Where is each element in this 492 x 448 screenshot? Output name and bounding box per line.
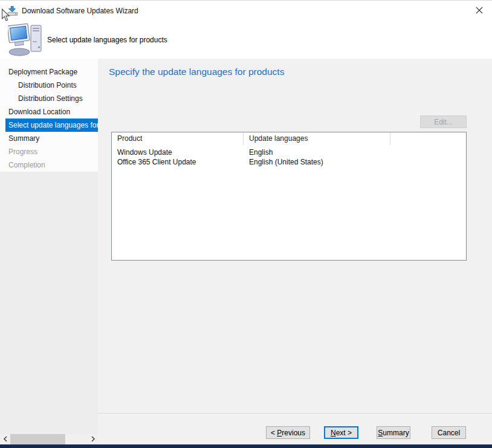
wizard-header: Select update languages for products: [0, 21, 492, 59]
column-header-update-languages[interactable]: Update languages: [244, 132, 390, 145]
nav-item-download-location[interactable]: Download Location: [0, 105, 98, 118]
wizard-body: Deployment Package Distribution Points D…: [0, 59, 492, 444]
product-cell: Office 365 Client Update: [112, 157, 244, 167]
nav-item-summary[interactable]: Summary: [0, 132, 98, 145]
languages-table[interactable]: Product Update languages Windows Update …: [111, 132, 467, 261]
table-body: Windows Update English Office 365 Client…: [112, 145, 466, 167]
languages-cell: English (United States): [244, 157, 390, 167]
wizard-window: Download Software Updates Wizard: [0, 0, 492, 448]
table-row-windows-update[interactable]: Windows Update English: [112, 148, 466, 157]
summary-button[interactable]: Summary: [377, 426, 410, 439]
window-bottom-edge: [0, 444, 492, 448]
column-header-spacer: [390, 132, 466, 145]
scrollbar-thumb[interactable]: [10, 434, 65, 444]
product-cell: Windows Update: [112, 148, 244, 157]
nav-item-completion: Completion: [0, 158, 98, 172]
footer-divider: [98, 413, 492, 414]
nav-item-select-update-languages[interactable]: Select update languages for: [5, 118, 98, 132]
cancel-button[interactable]: Cancel: [432, 426, 466, 439]
wizard-step-subtitle: Select update languages for products: [47, 36, 167, 44]
nav-item-distribution-points[interactable]: Distribution Points: [0, 79, 98, 92]
previous-button[interactable]: < Previous: [266, 426, 310, 439]
window-title: Download Software Updates Wizard: [22, 7, 138, 15]
title-bar[interactable]: Download Software Updates Wizard: [0, 1, 492, 21]
nav-item-deployment-package[interactable]: Deployment Package: [0, 65, 98, 79]
close-button[interactable]: [471, 4, 487, 18]
page-title: Specify the update languages for product…: [109, 67, 284, 77]
table-row-office-365[interactable]: Office 365 Client Update English (United…: [112, 157, 466, 167]
scroll-left-button[interactable]: [0, 434, 10, 444]
column-header-product[interactable]: Product: [112, 132, 244, 145]
scroll-right-button[interactable]: [88, 434, 98, 444]
wizard-nav-pane: Deployment Package Distribution Points D…: [0, 59, 98, 444]
close-icon: [476, 7, 483, 16]
computer-icon: [8, 23, 45, 59]
download-updates-icon: [7, 5, 18, 16]
nav-item-progress: Progress: [0, 145, 98, 158]
edit-button[interactable]: Edit...: [420, 115, 467, 128]
languages-cell: English: [244, 148, 390, 157]
table-header-row: Product Update languages: [112, 132, 466, 145]
nav-item-distribution-settings[interactable]: Distribution Settings: [0, 92, 98, 105]
nav-horizontal-scrollbar[interactable]: [0, 434, 98, 444]
wizard-nav-list: Deployment Package Distribution Points D…: [0, 59, 98, 172]
chevron-right-icon: [91, 435, 95, 444]
wizard-page: Specify the update languages for product…: [98, 59, 492, 444]
next-button[interactable]: Next >: [324, 426, 358, 439]
chevron-left-icon: [3, 435, 8, 444]
